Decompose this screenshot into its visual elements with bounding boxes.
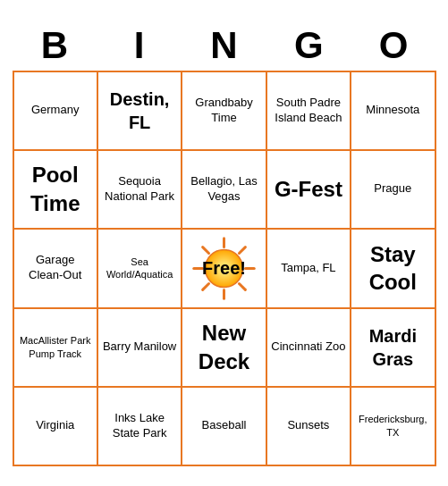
svg-line-5: [203, 247, 209, 253]
cell-r2-c2: Free!: [182, 230, 266, 309]
cell-r1-c0: Pool Time: [14, 151, 98, 230]
header-i: I: [97, 21, 182, 71]
free-label: Free!: [202, 256, 246, 280]
header-o: O: [351, 21, 436, 71]
cell-r0-c3: South Padre Island Beach: [267, 72, 351, 151]
bingo-card: B I N G O GermanyDestin, FLGrandbaby Tim…: [5, 13, 444, 473]
cell-r3-c1: Barry Manilow: [98, 309, 182, 388]
cell-r0-c0: Germany: [14, 72, 98, 151]
bingo-header: B I N G O: [13, 21, 436, 71]
svg-line-1: [239, 283, 245, 289]
cell-r3-c0: MacAllister Park Pump Track: [14, 309, 98, 388]
svg-line-3: [203, 283, 209, 289]
cell-r3-c4: Mardi Gras: [351, 309, 435, 388]
cell-r2-c3: Tampa, FL: [267, 230, 351, 309]
cell-r2-c1: Sea World/Aquatica: [98, 230, 182, 309]
cell-r0-c2: Grandbaby Time: [182, 72, 266, 151]
header-n: N: [182, 21, 266, 71]
svg-line-7: [239, 247, 245, 253]
cell-r1-c3: G-Fest: [267, 151, 351, 230]
cell-r1-c2: Bellagio, Las Vegas: [182, 151, 266, 230]
cell-r4-c1: Inks Lake State Park: [98, 388, 182, 466]
cell-r2-c0: Garage Clean-Out: [14, 230, 98, 309]
cell-r4-c0: Virginia: [14, 388, 98, 466]
cell-r4-c4: Fredericksburg, TX: [351, 388, 435, 466]
header-g: G: [266, 21, 351, 71]
cell-r1-c4: Prague: [351, 151, 435, 230]
cell-r4-c3: Sunsets: [267, 388, 351, 466]
cell-r0-c1: Destin, FL: [98, 72, 182, 151]
bingo-grid: GermanyDestin, FLGrandbaby TimeSouth Pad…: [13, 71, 436, 466]
cell-r4-c2: Baseball: [182, 388, 266, 466]
cell-r3-c2: New Deck: [182, 309, 266, 388]
cell-r3-c3: Cincinnati Zoo: [267, 309, 351, 388]
header-b: B: [13, 21, 97, 71]
cell-r2-c4: Stay Cool: [351, 230, 435, 309]
cell-r0-c4: Minnesota: [351, 72, 435, 151]
cell-r1-c1: Sequoia National Park: [98, 151, 182, 230]
